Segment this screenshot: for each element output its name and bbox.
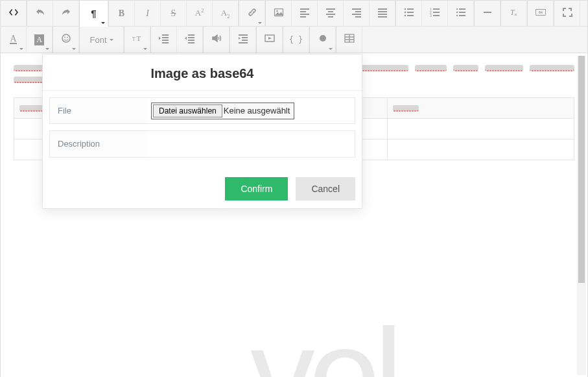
superscript-icon: A2 bbox=[195, 8, 204, 18]
undo-button[interactable] bbox=[27, 1, 53, 27]
table-button[interactable] bbox=[336, 27, 362, 53]
description-label: Description bbox=[50, 131, 147, 157]
link-icon bbox=[247, 7, 257, 20]
font-color-button[interactable]: A bbox=[1, 27, 27, 53]
minus-icon bbox=[482, 7, 493, 20]
confirm-button[interactable]: Confirm bbox=[225, 177, 288, 201]
emoji-icon bbox=[61, 33, 71, 46]
chevron-down-icon bbox=[101, 22, 105, 24]
subscript-button[interactable]: A2 bbox=[213, 1, 239, 27]
code-icon bbox=[8, 7, 19, 20]
bullet-list-button[interactable] bbox=[396, 1, 422, 27]
bold-icon: B bbox=[119, 8, 124, 19]
font-size-button[interactable]: TT bbox=[124, 27, 150, 53]
list-alt-icon bbox=[456, 7, 466, 20]
modal-footer: Confirm Cancel bbox=[43, 173, 362, 208]
indent-special-icon bbox=[238, 33, 248, 46]
redo-icon bbox=[61, 7, 71, 20]
align-justify-button[interactable] bbox=[370, 1, 395, 27]
image-button[interactable] bbox=[266, 1, 292, 27]
indent-icon bbox=[185, 33, 195, 46]
editor-toolbar: ¶ B I S A2 A2 123 T× 64 bbox=[0, 0, 588, 53]
svg-point-1 bbox=[276, 10, 278, 12]
codeview-button[interactable] bbox=[1, 1, 27, 27]
description-input[interactable] bbox=[151, 135, 351, 153]
file-label: File bbox=[50, 98, 147, 123]
file-input[interactable]: Datei auswählen Keine ausgewählt bbox=[151, 103, 294, 119]
list-ol-icon: 123 bbox=[430, 7, 440, 20]
indent-button[interactable] bbox=[177, 27, 203, 53]
numbered-list-button[interactable]: 123 bbox=[422, 1, 448, 27]
table-icon bbox=[344, 33, 355, 46]
pilcrow-icon: ¶ bbox=[91, 8, 96, 19]
toolbar-row-2: A A Font TT { } bbox=[1, 27, 587, 53]
svg-text:T: T bbox=[132, 37, 135, 42]
fullscreen-icon bbox=[562, 7, 572, 20]
watermark: vel bbox=[250, 300, 397, 377]
link-button[interactable] bbox=[239, 1, 265, 27]
align-left-icon bbox=[300, 7, 310, 20]
image-base64-modal: Image as base64 File Datei auswählen Kei… bbox=[42, 54, 362, 209]
clear-format-button[interactable]: T× bbox=[501, 1, 527, 27]
code-block-icon: { } bbox=[289, 35, 303, 44]
outdent-button[interactable] bbox=[151, 27, 177, 53]
scrollbar[interactable] bbox=[577, 56, 586, 375]
strike-button[interactable]: S bbox=[161, 1, 187, 27]
scrollbar-thumb[interactable] bbox=[578, 56, 585, 283]
description-row: Description bbox=[49, 130, 355, 158]
file-row: File Datei auswählen Keine ausgewählt bbox=[49, 97, 355, 124]
modal-title: Image as base64 bbox=[56, 66, 349, 81]
special-indent-button[interactable] bbox=[230, 27, 256, 53]
italic-button[interactable]: I bbox=[135, 1, 161, 27]
chevron-down-icon bbox=[110, 39, 113, 41]
alt-list-button[interactable] bbox=[448, 1, 474, 27]
outdent-icon bbox=[159, 33, 169, 46]
font-family-button[interactable]: Font bbox=[80, 27, 124, 53]
svg-point-13 bbox=[62, 34, 70, 42]
base64-image-icon: 64 bbox=[535, 7, 546, 20]
highlight-icon: A bbox=[34, 34, 44, 45]
hr-button[interactable] bbox=[475, 1, 500, 27]
svg-rect-8 bbox=[484, 12, 491, 13]
align-right-icon bbox=[351, 7, 362, 20]
audio-button[interactable] bbox=[204, 27, 229, 53]
svg-point-14 bbox=[64, 37, 65, 38]
base64-image-button[interactable]: 64 bbox=[528, 1, 554, 27]
align-center-icon bbox=[325, 7, 336, 20]
superscript-button[interactable]: A2 bbox=[187, 1, 213, 27]
toolbar-row-1: ¶ B I S A2 A2 123 T× 64 bbox=[1, 1, 587, 27]
svg-text:×: × bbox=[514, 12, 517, 18]
svg-point-19 bbox=[320, 35, 326, 42]
list-ul-icon bbox=[404, 7, 414, 20]
align-center-button[interactable] bbox=[318, 1, 344, 27]
modal-body: File Datei auswählen Keine ausgewählt De… bbox=[43, 91, 362, 173]
bold-button[interactable]: B bbox=[109, 1, 135, 27]
file-choose-button[interactable]: Datei auswählen bbox=[153, 104, 222, 117]
color-picker-button[interactable] bbox=[310, 27, 336, 53]
chevron-down-icon bbox=[258, 22, 262, 24]
chevron-down-icon bbox=[19, 48, 23, 50]
italic-icon: I bbox=[146, 8, 149, 19]
align-left-button[interactable] bbox=[292, 1, 318, 27]
svg-point-15 bbox=[67, 37, 68, 38]
chevron-down-icon bbox=[72, 48, 76, 50]
code-block-button[interactable]: { } bbox=[283, 27, 309, 53]
font-size-icon: TT bbox=[132, 33, 143, 46]
chevron-down-icon bbox=[329, 48, 333, 50]
file-input-wrap: Datei auswählen Keine ausgewählt bbox=[147, 98, 355, 123]
emoji-button[interactable] bbox=[53, 27, 79, 53]
paragraph-style-button[interactable]: ¶ bbox=[80, 1, 108, 27]
cancel-button[interactable]: Cancel bbox=[296, 177, 355, 201]
align-right-button[interactable] bbox=[344, 1, 370, 27]
svg-point-2 bbox=[404, 8, 406, 10]
svg-point-3 bbox=[404, 11, 406, 13]
video-button[interactable] bbox=[257, 27, 283, 53]
subscript-icon: A2 bbox=[221, 8, 229, 19]
strikethrough-icon: S bbox=[171, 8, 176, 19]
highlight-button[interactable]: A bbox=[27, 27, 53, 53]
undo-icon bbox=[35, 7, 45, 20]
circle-icon bbox=[318, 33, 328, 46]
file-status: Keine ausgewählt bbox=[224, 106, 294, 116]
fullscreen-button[interactable] bbox=[554, 1, 580, 27]
redo-button[interactable] bbox=[53, 1, 79, 27]
